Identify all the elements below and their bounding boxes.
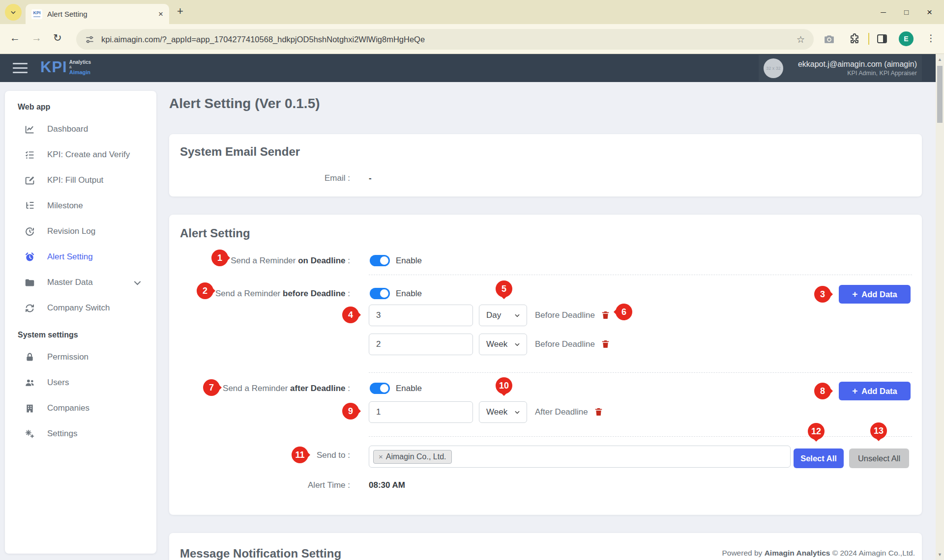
pen-square-icon bbox=[25, 175, 35, 186]
tab-title: Alert Setting bbox=[47, 10, 153, 18]
screen: KPI Alert Setting × + ─ □ × ← → ↻ kpi.ai… bbox=[0, 0, 944, 560]
sidebar-item-revision-log[interactable]: Revision Log bbox=[5, 219, 156, 244]
reminder-after-deadline-label: Send a Reminder after Deadline : bbox=[169, 384, 350, 393]
sidebar-item-dashboard[interactable]: Dashboard bbox=[5, 116, 156, 142]
sidebar-item-master-data[interactable]: Master Data bbox=[5, 270, 156, 295]
window-maximize-button[interactable]: □ bbox=[895, 8, 918, 16]
user-email: ekkapot.j@aimagin.com (aimagin) bbox=[788, 60, 917, 69]
list-check-icon bbox=[25, 150, 35, 160]
scroll-up-icon[interactable]: ▲ bbox=[936, 57, 944, 62]
trash-icon[interactable] bbox=[601, 310, 610, 320]
annotation-badge-9: 9 bbox=[342, 403, 359, 420]
back-icon[interactable]: ← bbox=[10, 32, 20, 44]
annotation-badge-10: 10 bbox=[496, 377, 512, 394]
app-logo: KPI Analytics & Aimagin bbox=[40, 58, 91, 76]
before-value-input-2[interactable] bbox=[369, 334, 473, 355]
select-all-button[interactable]: Select All bbox=[794, 448, 844, 468]
scroll-down-icon[interactable]: ▼ bbox=[936, 552, 944, 557]
before-unit-select-2[interactable]: Week bbox=[479, 334, 527, 355]
sidebar-item-kpi-fill-output[interactable]: KPI: Fill Output bbox=[5, 168, 156, 193]
sidebar-item-settings[interactable]: Settings bbox=[5, 421, 156, 447]
sidebar-item-permission[interactable]: Permission bbox=[5, 344, 156, 370]
browser-profile-avatar[interactable]: E bbox=[899, 31, 914, 46]
separator bbox=[369, 372, 912, 373]
chevron-down-icon bbox=[514, 312, 521, 319]
extensions-puzzle-icon[interactable] bbox=[849, 33, 860, 45]
email-value: - bbox=[369, 173, 372, 183]
side-panel-icon[interactable] bbox=[876, 33, 888, 45]
page-scrollbar[interactable]: ▲ ▼ bbox=[936, 54, 944, 560]
chevron-down-icon[interactable] bbox=[132, 278, 143, 288]
bookmark-star-icon[interactable]: ☆ bbox=[796, 34, 805, 45]
reload-icon[interactable]: ↻ bbox=[53, 32, 62, 44]
sidebar-item-users[interactable]: Users bbox=[5, 370, 156, 395]
alert-card-title: Alert Setting bbox=[180, 226, 250, 240]
window-minimize-button[interactable]: ─ bbox=[872, 8, 895, 16]
separator bbox=[369, 275, 912, 275]
window-close-button[interactable]: × bbox=[918, 7, 941, 18]
scrollbar-thumb[interactable] bbox=[937, 66, 943, 123]
tag-remove-icon[interactable]: × bbox=[379, 452, 383, 461]
user-avatar: 32 x 32 bbox=[764, 58, 783, 78]
main-content: Alert Setting (Ver 0.1.5) System Email S… bbox=[169, 82, 922, 560]
sidebar-item-alert-setting[interactable]: Alert Setting bbox=[5, 244, 156, 270]
trash-icon[interactable] bbox=[594, 407, 603, 417]
annotation-badge-3: 3 bbox=[814, 286, 831, 303]
user-roles: KPI Admin, KPI Appraiser bbox=[788, 70, 917, 77]
toggle-before-deadline-label: Enable bbox=[396, 289, 422, 299]
annotation-badge-2: 2 bbox=[197, 282, 213, 299]
after-deadline-text-1: After Deadline bbox=[535, 407, 588, 417]
annotation-badge-13: 13 bbox=[870, 422, 887, 439]
building-icon bbox=[25, 403, 35, 414]
toggle-on-deadline[interactable] bbox=[370, 255, 390, 266]
browser-tabstrip: KPI Alert Setting × + ─ □ × bbox=[0, 0, 944, 24]
tab-close-icon[interactable]: × bbox=[158, 9, 163, 19]
plus-icon: + bbox=[852, 289, 857, 300]
add-data-before-button[interactable]: + Add Data bbox=[839, 285, 911, 304]
trash-icon[interactable] bbox=[601, 339, 610, 349]
tab-search-button[interactable] bbox=[5, 4, 22, 21]
toggle-before-deadline[interactable] bbox=[370, 288, 390, 299]
before-deadline-text-1: Before Deadline bbox=[535, 310, 595, 320]
site-info-icon[interactable] bbox=[85, 35, 94, 44]
chevron-down-icon bbox=[514, 409, 521, 416]
toggle-after-deadline-label: Enable bbox=[396, 384, 422, 393]
add-data-after-button[interactable]: + Add Data bbox=[839, 382, 911, 400]
hamburger-menu-icon[interactable] bbox=[13, 63, 28, 76]
before-value-input-1[interactable] bbox=[369, 305, 473, 326]
email-label: Email : bbox=[169, 173, 350, 183]
user-panel[interactable]: 32 x 32 ekkapot.j@aimagin.com (aimagin) … bbox=[759, 55, 922, 81]
browser-menu-icon[interactable]: ⋮ bbox=[926, 32, 936, 44]
new-tab-button[interactable]: + bbox=[177, 5, 183, 18]
toggle-after-deadline[interactable] bbox=[370, 383, 390, 394]
app-navbar: KPI Analytics & Aimagin 32 x 32 ekkapot.… bbox=[0, 54, 936, 82]
chevron-down-icon bbox=[10, 9, 17, 16]
chevron-down-icon bbox=[514, 341, 521, 348]
page-title: Alert Setting (Ver 0.1.5) bbox=[169, 96, 320, 112]
footer-text: Powered by Aimagin Analytics © 2024 Aima… bbox=[722, 549, 915, 558]
chart-line-icon bbox=[25, 124, 35, 135]
toggle-on-deadline-label: Enable bbox=[396, 256, 422, 266]
screenshot-camera-icon[interactable] bbox=[823, 33, 835, 45]
forward-icon[interactable]: → bbox=[31, 32, 42, 44]
after-value-input-1[interactable] bbox=[369, 401, 473, 423]
before-unit-select-1[interactable]: Day bbox=[479, 305, 527, 326]
tab-favicon-icon: KPI bbox=[31, 9, 42, 19]
alert-setting-card: Alert Setting Send a Reminder on Deadlin… bbox=[169, 215, 922, 515]
annotation-badge-6: 6 bbox=[616, 304, 632, 320]
sidebar-item-milestone[interactable]: Milestone bbox=[5, 193, 156, 219]
annotation-badge-5: 5 bbox=[496, 280, 512, 297]
recipient-tag[interactable]: × Aimagin Co., Ltd. bbox=[373, 450, 452, 464]
sidebar-item-companies[interactable]: Companies bbox=[5, 395, 156, 421]
url-bar[interactable]: kpi.aimagin.com/?_appId=app_170427741056… bbox=[76, 29, 814, 50]
sidebar-item-company-switch[interactable]: Company Switch bbox=[5, 295, 156, 321]
before-deadline-text-2: Before Deadline bbox=[535, 339, 595, 349]
annotation-badge-8: 8 bbox=[814, 383, 831, 399]
after-unit-select-1[interactable]: Week bbox=[479, 401, 527, 423]
email-card-title: System Email Sender bbox=[180, 145, 300, 159]
plus-icon: + bbox=[852, 386, 857, 396]
sidebar-item-kpi-create-verify[interactable]: KPI: Create and Verify bbox=[5, 142, 156, 168]
browser-tab[interactable]: KPI Alert Setting × bbox=[26, 4, 169, 24]
send-to-multiselect[interactable]: × Aimagin Co., Ltd. bbox=[369, 446, 791, 468]
unselect-all-button[interactable]: Unselect All bbox=[849, 448, 909, 468]
